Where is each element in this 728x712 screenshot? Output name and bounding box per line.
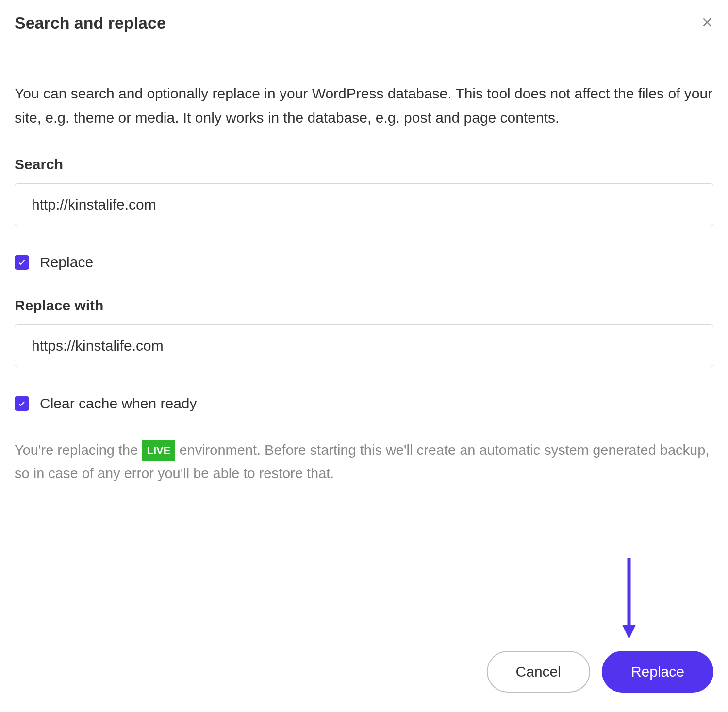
close-button[interactable] <box>701 16 713 31</box>
clear-cache-checkbox[interactable] <box>15 396 29 411</box>
replace-with-input[interactable] <box>15 324 713 367</box>
search-label: Search <box>15 156 713 173</box>
checkmark-icon <box>18 400 26 407</box>
clear-cache-label: Clear cache when ready <box>40 395 197 412</box>
intro-text: You can search and optionally replace in… <box>15 81 713 129</box>
replace-with-label: Replace with <box>15 297 713 314</box>
cancel-button[interactable]: Cancel <box>487 651 590 693</box>
checkmark-icon <box>18 259 26 266</box>
environment-note: You're replacing the LIVE environment. B… <box>15 439 713 485</box>
note-before: You're replacing the <box>15 442 142 458</box>
search-input[interactable] <box>15 183 713 226</box>
live-badge: LIVE <box>142 440 175 461</box>
arrow-annotation <box>619 558 639 640</box>
replace-button[interactable]: Replace <box>602 651 713 693</box>
replace-checkbox[interactable] <box>15 255 29 270</box>
close-icon <box>701 16 713 29</box>
dialog-title: Search and replace <box>15 14 166 32</box>
replace-checkbox-label: Replace <box>40 254 93 271</box>
